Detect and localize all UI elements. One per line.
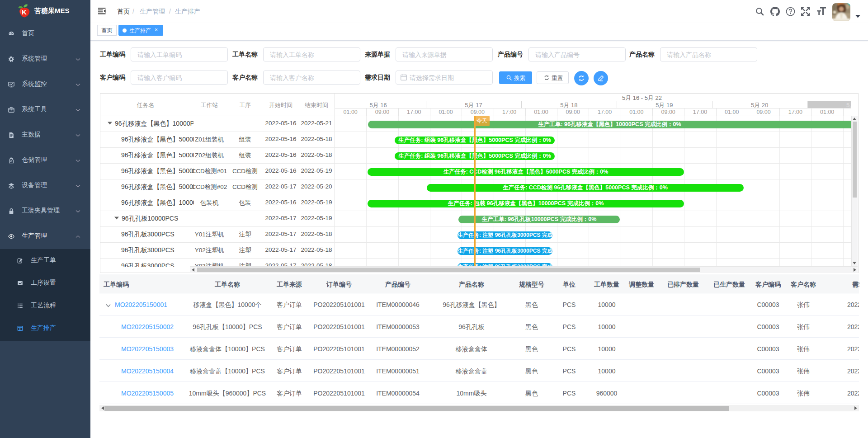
svg-text:K: K — [22, 8, 27, 16]
